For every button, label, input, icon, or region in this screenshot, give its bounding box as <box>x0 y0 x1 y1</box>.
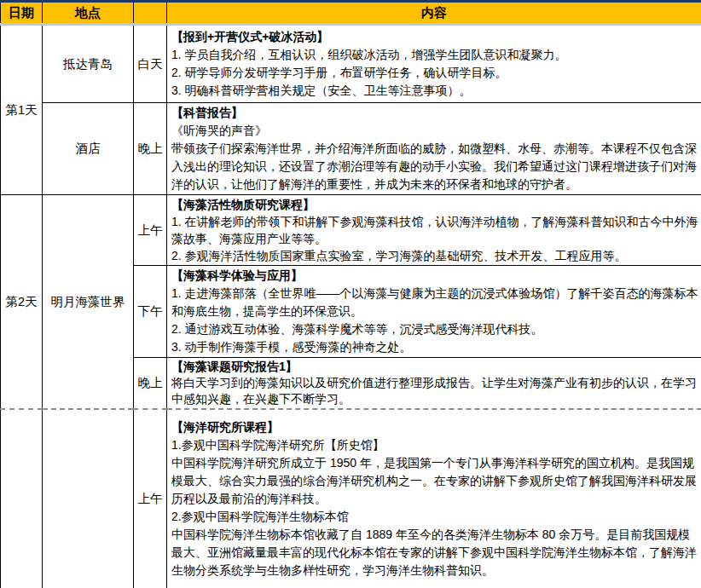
itinerary-sheet: 日期 地点 内容 第1天 抵达青岛 白天 【报到+开营仪式+破冰活动】 1. 学… <box>0 0 701 588</box>
cell-day2-morning-time[interactable]: 上午 <box>134 195 167 266</box>
cell-day2-evening-time[interactable]: 晚上 <box>134 358 167 410</box>
content-line: 3. 明确科普研学营相关规定（安全、卫生等注意事项）。 <box>171 82 698 100</box>
cell-day2-afternoon-time[interactable]: 下午 <box>134 266 167 358</box>
itinerary-table: 日期 地点 内容 第1天 抵达青岛 白天 【报到+开营仪式+破冰活动】 1. 学… <box>0 3 701 588</box>
cell-day2-label[interactable]: 第2天 <box>1 195 43 410</box>
row-day2-morning: 第2天 明月海藻世界 上午 【海藻活性物质研究课程】 1. 在讲解老师的带领下和… <box>1 195 701 266</box>
cell-next-morning-time[interactable]: 上午 <box>134 409 167 588</box>
content-line: 2.参观中国科学院海洋生物标本馆 <box>171 508 698 526</box>
content-line: 中国科学院海洋生物标本馆收藏了自 1889 年至今的各类海洋生物标本 80 余万… <box>171 526 698 579</box>
content-line: 1. 走进海藻部落（全世界唯——个以海藻与健康为主题的沉浸式体验场馆）了解千姿百… <box>171 285 698 320</box>
content-title: 【科普报告】 <box>171 104 698 122</box>
content-line: 1. 学员自我介绍，互相认识，组织破冰活动，增强学生团队意识和凝聚力。 <box>171 46 698 64</box>
header-row: 日期 地点 内容 <box>1 3 701 25</box>
content-line: 2. 通过游戏互动体验、海藻科学魔术等等，沉浸式感受海洋现代科技。 <box>171 320 698 338</box>
cell-day1-evening-location[interactable]: 酒店 <box>43 103 134 195</box>
content-line: 将白天学习到的海藻知识以及研究价值进行整理形成报告。让学生对海藻产业有初步的认识… <box>171 375 698 407</box>
cell-day2-evening-content[interactable]: 【海藻课题研究报告1】 将白天学习到的海藻知识以及研究价值进行整理形成报告。让学… <box>167 358 701 410</box>
content-title: 【海藻活性物质研究课程】 <box>171 196 698 213</box>
content-title: 【海藻科学体验与应用】 <box>171 267 698 285</box>
row-day1-evening: 酒店 晚上 【科普报告】 《听海哭的声音》 带领孩子们探索海洋世界，并介绍海洋所… <box>1 103 701 195</box>
cell-next-morning-content[interactable]: 【海洋研究所课程】 1.参观中国科学院海洋研究所【所史馆】 中国科学院海洋研究所… <box>167 409 701 588</box>
cell-day1-daytime-content[interactable]: 【报到+开营仪式+破冰活动】 1. 学员自我介绍，互相认识，组织破冰活动，增强学… <box>167 25 701 103</box>
content-line: 1. 在讲解老师的带领下和讲解下参观海藻科技馆，认识海洋动植物，了解海藻科普知识… <box>171 213 698 247</box>
cell-day1-evening-content[interactable]: 【科普报告】 《听海哭的声音》 带领孩子们探索海洋世界，并介绍海洋所面临的威胁，… <box>167 103 701 195</box>
cell-day1-evening-time[interactable]: 晚上 <box>134 103 167 195</box>
cell-day2-location[interactable]: 明月海藻世界 <box>43 195 134 410</box>
col-header-time[interactable] <box>134 3 167 25</box>
content-line: 2. 参观海洋活性物质国家重点实验室，学习海藻的基础研究、技术开发、工程应用等。 <box>171 247 698 264</box>
cell-day1-daytime-time[interactable]: 白天 <box>134 25 167 103</box>
col-header-content[interactable]: 内容 <box>167 3 701 25</box>
cell-day1-daytime-location[interactable]: 抵达青岛 <box>43 25 134 103</box>
col-header-date[interactable]: 日期 <box>1 3 43 25</box>
content-line: 2. 研学导师分发研学学习手册，布置研学任务，确认研学目标。 <box>171 64 698 82</box>
col-header-location[interactable]: 地点 <box>43 3 134 25</box>
content-title: 【海洋研究所课程】 <box>171 418 698 436</box>
content-title: 【报到+开营仪式+破冰活动】 <box>171 28 698 46</box>
content-line: 1.参观中国科学院海洋研究所【所史馆】 <box>171 436 698 454</box>
row-next-morning: 上午 【海洋研究所课程】 1.参观中国科学院海洋研究所【所史馆】 中国科学院海洋… <box>1 409 701 588</box>
content-line: 中国科学院海洋研究所成立于 1950 年，是我国第一个专门从事海洋科学研究的国立… <box>171 454 698 508</box>
row-day1-daytime: 第1天 抵达青岛 白天 【报到+开营仪式+破冰活动】 1. 学员自我介绍，互相认… <box>1 25 701 103</box>
content-subtitle: 《听海哭的声音》 <box>171 122 698 140</box>
cell-next-morning-location[interactable] <box>43 409 134 588</box>
content-line: 带领孩子们探索海洋世界，并介绍海洋所面临的威胁，如微塑料、水母、赤潮等。本课程不… <box>171 140 698 193</box>
content-line: 3. 动手制作海藻手模，感受海藻的神奇之处。 <box>171 338 698 356</box>
content-title: 【海藻课题研究报告1】 <box>171 359 698 375</box>
cell-day2-afternoon-content[interactable]: 【海藻科学体验与应用】 1. 走进海藻部落（全世界唯——个以海藻与健康为主题的沉… <box>167 266 701 358</box>
cell-day2-morning-content[interactable]: 【海藻活性物质研究课程】 1. 在讲解老师的带领下和讲解下参观海藻科技馆，认识海… <box>167 195 701 266</box>
cell-next-morning-date[interactable] <box>1 409 43 588</box>
cell-day1-label[interactable]: 第1天 <box>1 25 43 195</box>
